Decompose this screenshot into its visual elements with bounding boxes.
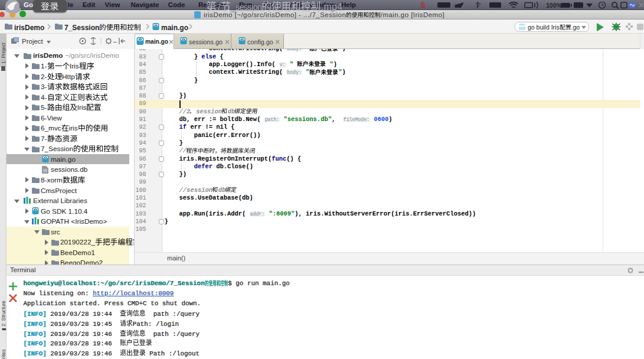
svg-text:100%: 100% (546, 2, 563, 9)
